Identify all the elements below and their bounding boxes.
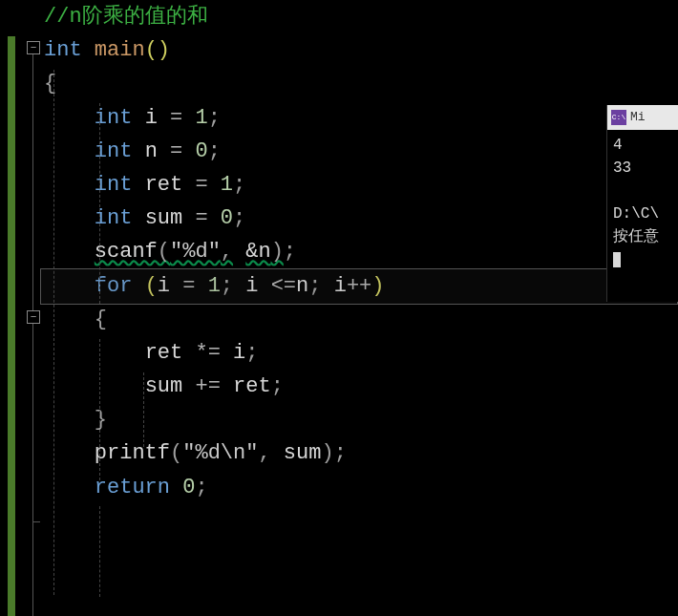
semi: ;: [271, 374, 284, 398]
console-window[interactable]: C:\ Mi 4 33 D:\C\ 按任意: [606, 105, 678, 302]
var: sum: [145, 374, 183, 398]
code-line: int ret = 1;: [44, 168, 674, 202]
op: =: [195, 206, 207, 230]
console-cursor: [613, 248, 672, 271]
var: ret: [233, 374, 271, 398]
string-literal: "%d": [170, 240, 221, 264]
code-line: return 0;: [44, 471, 674, 504]
func-main: main: [95, 38, 145, 62]
code-editor: − − //n阶乘的值的和 int main() { int i = 1; in…: [0, 0, 678, 616]
var: i: [145, 106, 158, 130]
console-line: 4: [613, 134, 672, 157]
fold-guide: [32, 54, 33, 616]
var: ret: [145, 173, 183, 197]
comment-text: //n阶乘的值的和: [44, 5, 208, 29]
number: 0: [195, 139, 207, 163]
code-line: ret *= i;: [44, 336, 674, 370]
code-line: //n阶乘的值的和: [44, 0, 674, 33]
brace-close: }: [95, 408, 107, 432]
comma: ,: [258, 441, 270, 465]
semi: ;: [245, 341, 258, 365]
number: 1: [221, 173, 233, 197]
op: *=: [195, 341, 220, 365]
code-line: printf("%d\n", sum);: [44, 436, 674, 470]
console-line: 按任意: [613, 225, 672, 248]
console-icon: C:\: [611, 110, 626, 125]
code-line: {: [44, 67, 674, 100]
indent-guide: [99, 103, 100, 304]
var: n: [145, 139, 158, 163]
fold-toggle-for[interactable]: −: [27, 310, 40, 324]
semi: ;: [284, 240, 296, 264]
indent-guide: [53, 70, 54, 595]
fold-guide: [32, 521, 40, 522]
op: +=: [195, 374, 220, 398]
var: i: [245, 274, 258, 298]
code-line: int sum = 0;: [44, 202, 674, 235]
paren: ): [321, 441, 333, 465]
indent-guide: [99, 339, 100, 480]
brace-open: {: [44, 72, 56, 96]
semi: ;: [233, 173, 245, 197]
paren: ): [271, 240, 284, 264]
comma: ,: [221, 240, 233, 264]
number: 1: [208, 274, 221, 298]
code-line: int main(): [44, 33, 674, 67]
code-line: }: [44, 403, 674, 436]
console-output: 4 33 D:\C\ 按任意: [607, 130, 678, 302]
op: =: [170, 106, 182, 130]
code-line: scanf("%d", &n);: [44, 235, 674, 268]
semi: ;: [195, 476, 207, 499]
paren: ): [158, 38, 170, 62]
console-titlebar[interactable]: C:\ Mi: [607, 105, 678, 130]
number: 0: [221, 206, 233, 230]
var: i: [334, 274, 347, 298]
code-line: sum += ret;: [44, 370, 674, 403]
keyword-int: int: [44, 38, 82, 62]
brace-open: {: [95, 308, 107, 331]
fold-toggle-main[interactable]: −: [27, 41, 40, 54]
op: =: [170, 139, 182, 163]
editor-gutter: − −: [0, 0, 40, 616]
code-line: for (i = 1; i <=n; i++): [44, 269, 674, 303]
var: i: [158, 274, 170, 298]
semi: ;: [208, 139, 221, 163]
var: sum: [284, 441, 322, 465]
code-content[interactable]: //n阶乘的值的和 int main() { int i = 1; int n …: [40, 0, 678, 616]
string-literal: "%d\n": [182, 441, 258, 465]
paren: ): [371, 274, 384, 298]
semi: ;: [334, 441, 347, 465]
semi: ;: [233, 206, 245, 230]
code-line: int i = 1;: [44, 101, 674, 135]
op: =: [195, 173, 207, 197]
paren: (: [145, 274, 158, 298]
paren: (: [145, 38, 158, 62]
number: 1: [195, 106, 207, 130]
number: 0: [182, 476, 195, 499]
op: <=: [271, 274, 296, 298]
func-scanf: scanf: [95, 240, 158, 264]
keyword-return: return: [95, 476, 170, 499]
console-line: D:\C\: [613, 202, 672, 225]
paren: (: [158, 240, 170, 264]
var: sum: [145, 206, 183, 230]
code-line: int n = 0;: [44, 135, 674, 168]
paren: (: [170, 441, 182, 465]
indent-guide: [143, 372, 144, 447]
semi: ;: [308, 274, 321, 298]
semi: ;: [208, 106, 221, 130]
change-indicator: [8, 36, 15, 616]
console-title-text: Mi: [630, 108, 646, 128]
console-line: [613, 180, 672, 202]
console-line: 33: [613, 157, 672, 180]
indent-guide: [99, 506, 100, 597]
arg: &n: [245, 240, 270, 264]
semi: ;: [221, 274, 233, 298]
var: n: [296, 274, 308, 298]
var: ret: [145, 341, 183, 365]
code-line: {: [44, 303, 674, 336]
op: =: [182, 274, 195, 298]
op: ++: [347, 274, 371, 298]
var: i: [233, 341, 245, 365]
func-printf: printf: [95, 441, 170, 465]
